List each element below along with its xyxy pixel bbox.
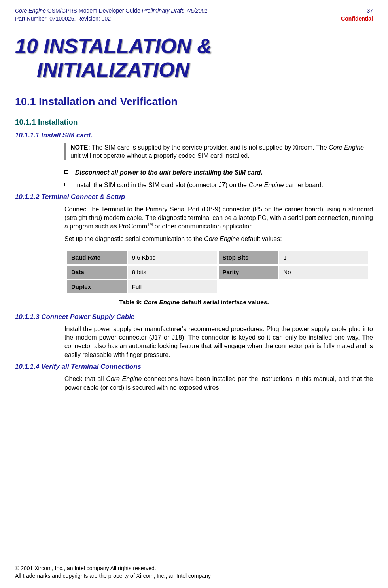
- table-row: Data 8 bits Parity No: [67, 266, 368, 279]
- para2-italic: Core Engine: [204, 235, 239, 242]
- bullet-box-icon: [64, 183, 68, 186]
- terminal-connect-para2: Set up the diagnostic serial communicati…: [64, 235, 373, 243]
- cell-baud-label: Baud Rate: [67, 251, 127, 264]
- empty-cell: [219, 280, 278, 293]
- note-label: NOTE:: [70, 144, 90, 151]
- bullet2-b: carrier board.: [284, 182, 323, 188]
- page-number: 37: [341, 7, 373, 15]
- table-caption: Table 9: Core Engine default serial inte…: [15, 299, 373, 306]
- para2-a: Set up the diagnostic serial communicati…: [64, 235, 204, 242]
- footer-line1: © 2001 Xircom, Inc., an Intel company Al…: [15, 565, 211, 573]
- header-title-italic1: Core Engine: [15, 8, 46, 14]
- cell-parity-label: Parity: [219, 266, 278, 279]
- subsubsection-10-1-1-3: 10.1.1.3 Connect Power Supply Cable: [15, 313, 373, 321]
- confidential-label: Confidential: [341, 15, 373, 23]
- cell-parity-value: No: [279, 266, 368, 279]
- subsubsection-10-1-1-2: 10.1.1.2 Terminal Connect & Setup: [15, 193, 373, 201]
- para1-b: or other communication application.: [153, 223, 254, 230]
- caption-b: default serial interface values.: [180, 299, 269, 305]
- chapter-heading: 10 INSTALLATION & INITIALIZATION: [15, 34, 373, 82]
- terminal-connect-para1: Connect the Terminal to the Primary Seri…: [64, 205, 373, 231]
- heading-line2: INITIALIZATION: [15, 58, 373, 82]
- power-supply-para: Install the power supply per manufacture…: [64, 325, 373, 359]
- empty-cell: [279, 280, 368, 293]
- caption-a: Table 9:: [119, 299, 144, 305]
- header-title-italic2: Preliminary Draft: 7/6/2001: [142, 8, 208, 14]
- subsection-heading-10-1-1: 10.1.1 Installation: [15, 118, 373, 127]
- bullet-box-icon: [64, 170, 68, 174]
- header-left: Core Engine GSM/GPRS Modem Developer Gui…: [15, 7, 208, 23]
- bullet2-a: Install the SIM card in the SIM card slo…: [75, 182, 248, 188]
- verify-connections-para: Check that all Core Engine connections h…: [64, 375, 373, 392]
- subsubsection-10-1-1-1: 10.1.1.1 Install SIM card.: [15, 131, 373, 139]
- cell-baud-value: 9.6 Kbps: [128, 251, 217, 264]
- heading-line1: 10 INSTALLATION &: [15, 34, 212, 57]
- cell-duplex-label: Duplex: [67, 280, 127, 293]
- header-right: 37 Confidential: [341, 7, 373, 23]
- defaults-table: Baud Rate 9.6 Kbps Stop Bits 1 Data 8 bi…: [66, 249, 370, 295]
- table-row: Duplex Full: [67, 280, 368, 293]
- cell-data-label: Data: [67, 266, 127, 279]
- header-title-line: Core Engine GSM/GPRS Modem Developer Gui…: [15, 7, 208, 15]
- bullet-item: Install the SIM card in the SIM card slo…: [64, 181, 373, 190]
- bullet-list-1: Disconnect all power to the unit before …: [64, 168, 373, 189]
- cell-duplex-value: Full: [128, 280, 217, 293]
- para2-b: default values:: [239, 235, 282, 242]
- para-italic: Core Engine: [106, 376, 142, 382]
- subsubsection-10-1-1-4: 10.1.1.4 Verify all Terminal Connections: [15, 363, 373, 371]
- table-row: Baud Rate 9.6 Kbps Stop Bits 1: [67, 251, 368, 264]
- trademark-symbol: TM: [147, 222, 153, 227]
- note-core-engine: Core Engine: [329, 144, 364, 151]
- header-part-number: Part Number: 07100026, Revision: 002: [15, 15, 208, 23]
- bullet-item: Disconnect all power to the unit before …: [64, 168, 373, 177]
- cell-stopbits-label: Stop Bits: [219, 251, 278, 264]
- caption-italic: Core Engine: [144, 299, 180, 305]
- cell-stopbits-value: 1: [279, 251, 368, 264]
- bullet-text-disconnect: Disconnect all power to the unit before …: [75, 168, 373, 177]
- note-block: NOTE: The SIM card is supplied by the se…: [64, 143, 373, 160]
- para-a: Check that all: [64, 376, 106, 382]
- note-text-2: unit will not operate without a properly…: [70, 152, 250, 159]
- note-text-1: The SIM card is supplied by the service …: [90, 144, 329, 151]
- section-heading-10-1: 10.1 Installation and Verification: [15, 96, 373, 108]
- serial-values-table: Baud Rate 9.6 Kbps Stop Bits 1 Data 8 bi…: [66, 249, 370, 295]
- page-header: Core Engine GSM/GPRS Modem Developer Gui…: [15, 7, 373, 23]
- cell-data-value: 8 bits: [128, 266, 217, 279]
- bullet2-italic: Core Engine: [248, 182, 284, 188]
- header-title-mid: GSM/GPRS Modem Developer Guide: [46, 8, 142, 14]
- page-footer: © 2001 Xircom, Inc., an Intel company Al…: [15, 565, 211, 580]
- bullet-text-install: Install the SIM card in the SIM card slo…: [75, 181, 373, 190]
- footer-line2: All trademarks and copyrights are the pr…: [15, 572, 211, 580]
